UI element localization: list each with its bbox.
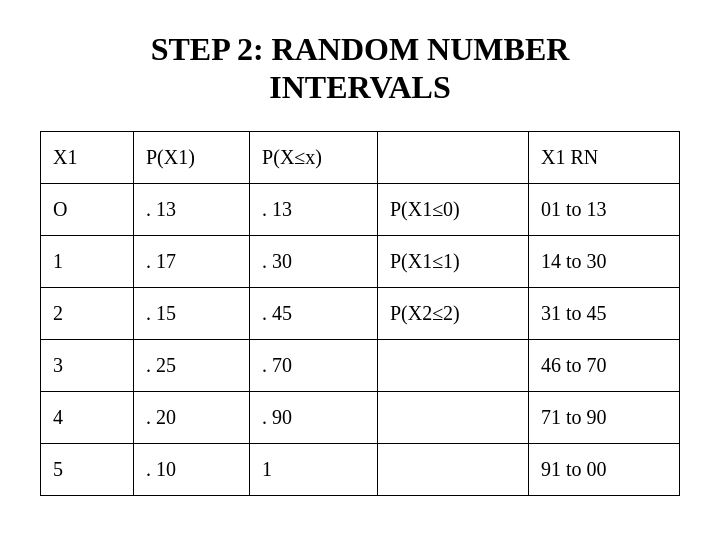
- title-line2: INTERVALS: [269, 69, 450, 105]
- table-header-row: X1P(X1)P(X≤x)X1 RN: [41, 131, 680, 183]
- header-cell-1: P(X1): [133, 131, 249, 183]
- cell-4-2: . 90: [250, 391, 378, 443]
- cell-4-0: 4: [41, 391, 134, 443]
- page-title: STEP 2: RANDOM NUMBER INTERVALS: [151, 30, 570, 107]
- cell-0-0: O: [41, 183, 134, 235]
- random-number-table: X1P(X1)P(X≤x)X1 RNO. 13. 13P(X1≤0)01 to …: [40, 131, 680, 496]
- cell-0-1: . 13: [133, 183, 249, 235]
- title-line1: STEP 2: RANDOM NUMBER: [151, 31, 570, 67]
- cell-2-1: . 15: [133, 287, 249, 339]
- cell-3-3: [377, 339, 528, 391]
- cell-1-0: 1: [41, 235, 134, 287]
- cell-4-4: 71 to 90: [528, 391, 679, 443]
- cell-5-0: 5: [41, 443, 134, 495]
- cell-2-4: 31 to 45: [528, 287, 679, 339]
- cell-5-3: [377, 443, 528, 495]
- cell-0-4: 01 to 13: [528, 183, 679, 235]
- cell-2-3: P(X2≤2): [377, 287, 528, 339]
- table-row: 4. 20. 9071 to 90: [41, 391, 680, 443]
- cell-3-0: 3: [41, 339, 134, 391]
- page: STEP 2: RANDOM NUMBER INTERVALS X1P(X1)P…: [0, 0, 720, 540]
- cell-4-1: . 20: [133, 391, 249, 443]
- header-cell-4: X1 RN: [528, 131, 679, 183]
- header-cell-0: X1: [41, 131, 134, 183]
- cell-1-3: P(X1≤1): [377, 235, 528, 287]
- table-row: 5. 10191 to 00: [41, 443, 680, 495]
- cell-1-4: 14 to 30: [528, 235, 679, 287]
- cell-2-2: . 45: [250, 287, 378, 339]
- cell-5-4: 91 to 00: [528, 443, 679, 495]
- cell-1-1: . 17: [133, 235, 249, 287]
- cell-3-1: . 25: [133, 339, 249, 391]
- cell-5-1: . 10: [133, 443, 249, 495]
- header-cell-2: P(X≤x): [250, 131, 378, 183]
- table-row: 1. 17. 30P(X1≤1)14 to 30: [41, 235, 680, 287]
- cell-5-2: 1: [250, 443, 378, 495]
- table-row: 3. 25. 7046 to 70: [41, 339, 680, 391]
- cell-4-3: [377, 391, 528, 443]
- cell-0-2: . 13: [250, 183, 378, 235]
- table-row: O. 13. 13P(X1≤0)01 to 13: [41, 183, 680, 235]
- header-cell-3: [377, 131, 528, 183]
- cell-0-3: P(X1≤0): [377, 183, 528, 235]
- cell-1-2: . 30: [250, 235, 378, 287]
- cell-3-4: 46 to 70: [528, 339, 679, 391]
- table-row: 2. 15. 45P(X2≤2)31 to 45: [41, 287, 680, 339]
- cell-3-2: . 70: [250, 339, 378, 391]
- cell-2-0: 2: [41, 287, 134, 339]
